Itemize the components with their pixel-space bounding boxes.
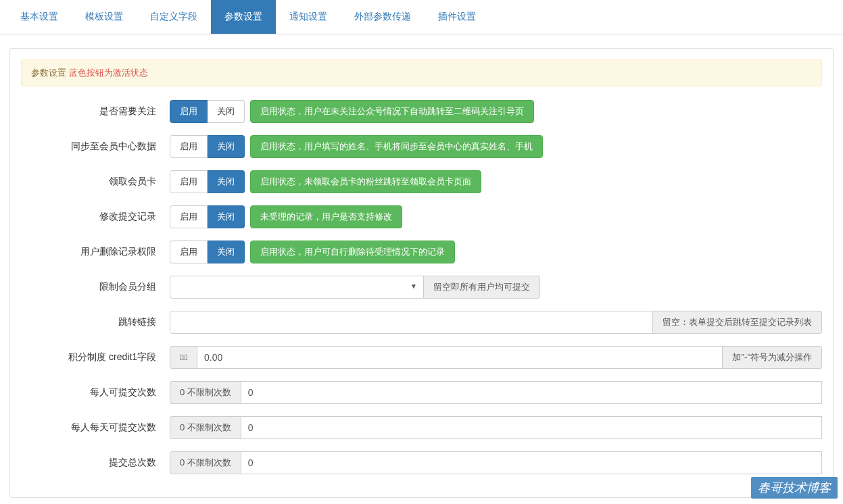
row-submit_per_day: 每人每天可提交次数0 不限制次数 bbox=[21, 416, 822, 439]
toggle-edit_record: 启用关闭 bbox=[170, 205, 245, 228]
toggle-edit_record-disable[interactable]: 关闭 bbox=[208, 205, 245, 228]
tab-5[interactable]: 外部参数传递 bbox=[341, 0, 425, 34]
label-submit_per_day: 每人每天可提交次数 bbox=[21, 422, 170, 434]
toggle-delete_perm-disable[interactable]: 关闭 bbox=[208, 241, 245, 263]
label-need_follow: 是否需要关注 bbox=[21, 105, 170, 118]
info-edit_record: 未受理的记录，用户是否支持修改 bbox=[250, 205, 402, 228]
info-get_card: 启用状态，未领取会员卡的粉丝跳转至领取会员卡页面 bbox=[250, 170, 481, 193]
alert-hint: 蓝色按钮为激活状态 bbox=[69, 68, 148, 78]
toggle-get_card-enable[interactable]: 启用 bbox=[170, 170, 208, 193]
label-limit-group: 限制会员分组 bbox=[21, 281, 170, 293]
toggle-delete_perm-enable[interactable]: 启用 bbox=[170, 241, 208, 263]
row-delete_perm: 用户删除记录权限启用关闭启用状态，用户可自行删除待受理情况下的记录 bbox=[21, 241, 822, 263]
toggle-get_card: 启用关闭 bbox=[170, 170, 245, 193]
row-credit: 积分制度 credit1字段 加"-"符号为减分操作 bbox=[21, 346, 822, 369]
toggle-need_follow: 启用关闭 bbox=[170, 100, 245, 123]
alert-banner: 参数设置 蓝色按钮为激活状态 bbox=[21, 59, 822, 86]
label-submit_per_user: 每人可提交次数 bbox=[21, 386, 170, 399]
row-submit_per_user: 每人可提交次数0 不限制次数 bbox=[21, 381, 822, 404]
row-edit_record: 修改提交记录启用关闭未受理的记录，用户是否支持修改 bbox=[21, 205, 822, 228]
toggle-need_follow-disable[interactable]: 关闭 bbox=[208, 100, 245, 123]
settings-panel: 参数设置 蓝色按钮为激活状态 是否需要关注启用关闭启用状态，用户在未关注公众号情… bbox=[9, 48, 834, 498]
select-member-group[interactable] bbox=[170, 276, 424, 299]
tab-0[interactable]: 基本设置 bbox=[7, 0, 72, 34]
tabs-nav: 基本设置模板设置自定义字段参数设置通知设置外部参数传递插件设置 bbox=[0, 0, 843, 34]
watermark: 春哥技术博客 bbox=[751, 477, 838, 499]
label-get_card: 领取会员卡 bbox=[21, 176, 170, 188]
input-redirect[interactable] bbox=[170, 311, 653, 334]
label-delete_perm: 用户删除记录权限 bbox=[21, 246, 170, 258]
info-sync_member: 启用状态，用户填写的姓名、手机将同步至会员中心的真实姓名、手机 bbox=[250, 135, 543, 158]
info-need_follow: 启用状态，用户在未关注公众号情况下自动跳转至二维码关注引导页 bbox=[250, 100, 534, 123]
input-submit_per_user[interactable] bbox=[241, 381, 822, 404]
svg-rect-0 bbox=[180, 355, 187, 360]
toggle-delete_perm: 启用关闭 bbox=[170, 241, 245, 263]
hint-limit-group: 留空即所有用户均可提交 bbox=[424, 276, 540, 299]
toggle-need_follow-enable[interactable]: 启用 bbox=[170, 100, 208, 123]
row-limit-group: 限制会员分组 留空即所有用户均可提交 bbox=[21, 276, 822, 299]
input-submit_per_day[interactable] bbox=[241, 416, 822, 439]
hint-redirect: 留空：表单提交后跳转至提交记录列表 bbox=[653, 311, 822, 334]
label-edit_record: 修改提交记录 bbox=[21, 211, 170, 223]
svg-point-1 bbox=[183, 356, 185, 358]
input-credit[interactable] bbox=[197, 346, 723, 369]
alert-title: 参数设置 bbox=[31, 68, 66, 78]
label-credit: 积分制度 credit1字段 bbox=[21, 351, 170, 363]
toggle-sync_member-disable[interactable]: 关闭 bbox=[208, 135, 245, 158]
row-submit_total: 提交总次数0 不限制次数 bbox=[21, 451, 822, 474]
label-sync_member: 同步至会员中心数据 bbox=[21, 141, 170, 153]
tab-1[interactable]: 模板设置 bbox=[72, 0, 137, 34]
prefix-submit_per_day: 0 不限制次数 bbox=[170, 416, 241, 439]
label-submit_total: 提交总次数 bbox=[21, 457, 170, 469]
tab-3[interactable]: 参数设置 bbox=[211, 0, 276, 34]
toggle-sync_member-enable[interactable]: 启用 bbox=[170, 135, 208, 158]
toggle-sync_member: 启用关闭 bbox=[170, 135, 245, 158]
row-redirect: 跳转链接 留空：表单提交后跳转至提交记录列表 bbox=[21, 311, 822, 334]
toggle-get_card-disable[interactable]: 关闭 bbox=[208, 170, 245, 193]
row-need_follow: 是否需要关注启用关闭启用状态，用户在未关注公众号情况下自动跳转至二维码关注引导页 bbox=[21, 100, 822, 123]
toggle-edit_record-enable[interactable]: 启用 bbox=[170, 205, 208, 228]
label-redirect: 跳转链接 bbox=[21, 316, 170, 328]
prefix-submit_per_user: 0 不限制次数 bbox=[170, 381, 241, 404]
input-submit_total[interactable] bbox=[241, 451, 822, 474]
tab-2[interactable]: 自定义字段 bbox=[137, 0, 211, 34]
tab-4[interactable]: 通知设置 bbox=[276, 0, 341, 34]
tab-6[interactable]: 插件设置 bbox=[425, 0, 489, 34]
hint-credit: 加"-"符号为减分操作 bbox=[723, 346, 822, 369]
row-get_card: 领取会员卡启用关闭启用状态，未领取会员卡的粉丝跳转至领取会员卡页面 bbox=[21, 170, 822, 193]
row-sync_member: 同步至会员中心数据启用关闭启用状态，用户填写的姓名、手机将同步至会员中心的真实姓… bbox=[21, 135, 822, 158]
money-icon bbox=[170, 346, 197, 369]
info-delete_perm: 启用状态，用户可自行删除待受理情况下的记录 bbox=[250, 241, 455, 263]
prefix-submit_total: 0 不限制次数 bbox=[170, 451, 241, 474]
